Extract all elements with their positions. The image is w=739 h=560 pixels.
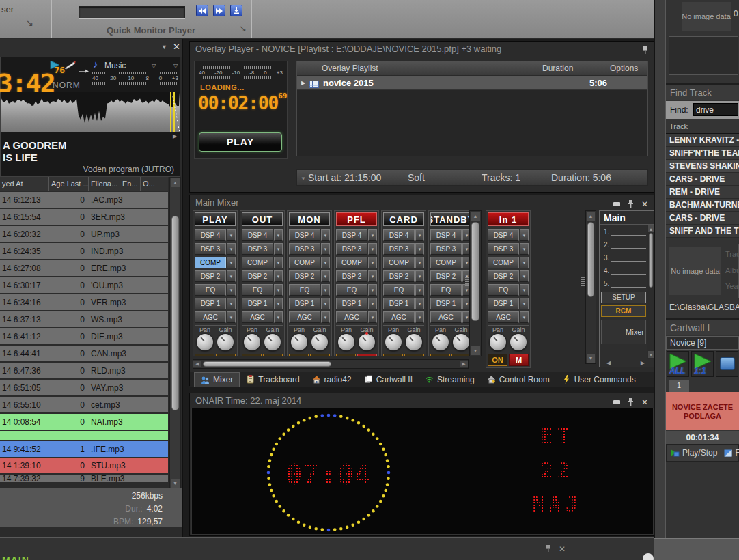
scrollbar-thumb[interactable] (587, 222, 594, 297)
channel-header[interactable]: CARD (383, 212, 424, 226)
segue-arrow-icon[interactable] (79, 64, 89, 76)
find-result-row[interactable]: SNIFF'N'THE TEAR (666, 147, 739, 160)
history-row[interactable]: 14 6:27:080ERE.mp3 (0, 260, 168, 276)
pan-knob[interactable] (385, 334, 402, 350)
dsp-slot[interactable]: DSP 2▾ (336, 270, 377, 282)
dropdown-arrow-icon[interactable]: ▾ (321, 229, 330, 241)
dropdown-arrow-icon[interactable]: ▾ (321, 243, 330, 255)
dsp-slot[interactable]: DSP 4▾ (430, 229, 469, 241)
dsp-slot[interactable]: DSP 1▾ (336, 298, 377, 309)
fast-forward-button[interactable] (213, 5, 225, 16)
expander-icon[interactable]: ▶ (301, 80, 305, 86)
history-row[interactable]: 14 6:47:360RLD.mp3 (0, 363, 168, 378)
on-button-partial[interactable] (383, 354, 403, 356)
dropdown-arrow-icon[interactable]: ▾ (274, 284, 283, 296)
dsp-slot[interactable]: DSP 2▾ (195, 270, 236, 282)
scroll-right-icon[interactable]: ▶ (460, 361, 468, 367)
dropdown-arrow-icon[interactable]: ▾ (274, 257, 283, 268)
dsp-slot[interactable]: DSP 1▾ (383, 298, 424, 309)
dropdown-arrow-icon[interactable]: ▾ (321, 284, 330, 296)
channel-header[interactable]: In 1 (488, 212, 529, 226)
pan-knob[interactable] (490, 334, 506, 350)
expand-corner-icon[interactable]: ↘ (239, 23, 247, 33)
find-result-row[interactable]: REM - DRIVE (666, 186, 739, 199)
splitter-grip[interactable] (581, 277, 585, 292)
fade-mode-button[interactable]: Fa (721, 445, 739, 461)
gain-knob[interactable] (311, 334, 328, 350)
dsp-slot[interactable]: DSP 3▾ (195, 243, 236, 255)
dropdown-arrow-icon[interactable]: ▾ (227, 284, 236, 296)
scrollbar-thumb[interactable] (649, 233, 653, 288)
find-result-row[interactable]: CARS - DRIVE (666, 173, 739, 186)
history-row[interactable]: 14 1:39:100STU.mp3 (0, 458, 168, 473)
dropdown-arrow-icon[interactable]: ▾ (520, 257, 529, 268)
on-button-partial[interactable] (289, 354, 309, 356)
panel-divider[interactable] (654, 0, 666, 538)
pin-icon[interactable] (628, 198, 634, 210)
channel-header[interactable]: OUT (242, 212, 283, 226)
history-row[interactable]: 14 6:12:130.AC.mp3 (0, 192, 168, 208)
mixer-vertical-scrollbar[interactable]: ▲ ▼ (469, 210, 482, 356)
dsp-slot[interactable]: COMP▾ (336, 257, 377, 268)
dsp-slot[interactable]: DSP 1▾ (242, 298, 283, 309)
dropdown-arrow-icon[interactable]: ▾ (274, 270, 283, 282)
dropdown-arrow-icon[interactable]: ▾ (321, 270, 330, 282)
dsp-slot[interactable]: DSP 3▾ (336, 243, 377, 255)
dropdown-arrow-icon[interactable]: ▾ (227, 311, 236, 323)
playlist-col-duration[interactable]: Duration (542, 64, 573, 73)
mail-slot[interactable]: 4. (600, 264, 654, 277)
dropdown-arrow-icon[interactable]: ▾ (520, 311, 529, 323)
tab-control-room[interactable]: Control Room (481, 372, 556, 387)
dsp-slot[interactable]: AGC▾ (430, 311, 469, 323)
status-expander-icon[interactable]: ▼ (301, 176, 306, 182)
find-result-row[interactable]: STEVENS SHAKIN (666, 160, 739, 173)
rcm-button[interactable]: RCM (601, 305, 646, 317)
collapse-icon[interactable]: ▼ (161, 44, 167, 51)
dropdown-arrow-icon[interactable]: ▾ (462, 298, 469, 309)
dropdown-arrow-icon[interactable]: ▾ (415, 270, 424, 282)
dsp-slot[interactable]: COMP▾ (383, 257, 424, 268)
mail-slot[interactable]: 5. (600, 277, 654, 290)
dsp-slot[interactable]: COMP▾ (242, 257, 283, 268)
on-button[interactable]: ON (488, 354, 507, 366)
history-row[interactable]: 14 6:34:160VER.mp3 (0, 294, 168, 310)
dropdown-arrow-icon[interactable]: ▾ (368, 243, 377, 255)
gain-knob[interactable] (359, 334, 375, 350)
on-button-partial[interactable] (242, 354, 262, 356)
history-row[interactable]: 14 9:41:521.IFE.mp3 (0, 441, 168, 457)
mute-button-partial[interactable] (263, 354, 283, 356)
dropdown-arrow-icon[interactable]: ▾ (415, 298, 424, 309)
close-icon[interactable]: ✕ (559, 546, 566, 552)
dropdown-arrow-icon[interactable]: ▾ (415, 243, 424, 255)
dropdown-arrow-icon[interactable]: ▽ (173, 63, 178, 69)
scrollbar-thumb[interactable] (471, 222, 479, 321)
history-row[interactable] (0, 431, 168, 440)
pan-knob[interactable] (244, 334, 260, 350)
dropdown-arrow-icon[interactable]: ▾ (227, 298, 236, 309)
minimize-icon[interactable] (613, 400, 620, 404)
find-result-row[interactable]: SNIFF AND THE T (666, 225, 739, 238)
play-stop-mode-button[interactable]: Play/Stop (667, 445, 721, 461)
dsp-slot[interactable]: COMP▾ (195, 257, 236, 268)
gain-knob[interactable] (264, 334, 281, 350)
track-category-label[interactable]: Music (104, 61, 126, 70)
mail-slot[interactable]: 1. (600, 225, 654, 238)
pan-knob[interactable] (338, 334, 354, 350)
mute-button-partial[interactable] (357, 354, 377, 356)
side-vertical-scrollbar[interactable]: ▲ ▼ (585, 210, 596, 364)
dsp-slot[interactable]: AGC▾ (195, 311, 236, 323)
scroll-right-icon[interactable]: ▶ (641, 360, 645, 366)
dsp-slot[interactable]: DSP 4▾ (488, 229, 529, 241)
dsp-slot[interactable]: DSP 2▾ (488, 270, 529, 282)
tab-mixer[interactable]: Mixer (194, 372, 240, 387)
playlist-item-name[interactable]: novice 2015 (323, 78, 374, 88)
history-row[interactable]: 14 6:15:5403ER.mp3 (0, 209, 168, 225)
results-column-header[interactable]: Track (666, 120, 739, 134)
dropdown-arrow-icon[interactable]: ▾ (462, 311, 469, 323)
load-button[interactable] (230, 5, 242, 16)
close-icon[interactable]: ✕ (641, 399, 648, 406)
dropdown-arrow-icon[interactable]: ▾ (227, 270, 236, 282)
dsp-slot[interactable]: DSP 2▾ (430, 270, 469, 282)
dsp-slot[interactable]: DSP 1▾ (488, 298, 529, 309)
find-result-row[interactable]: CARS - DRIVE (666, 212, 739, 225)
